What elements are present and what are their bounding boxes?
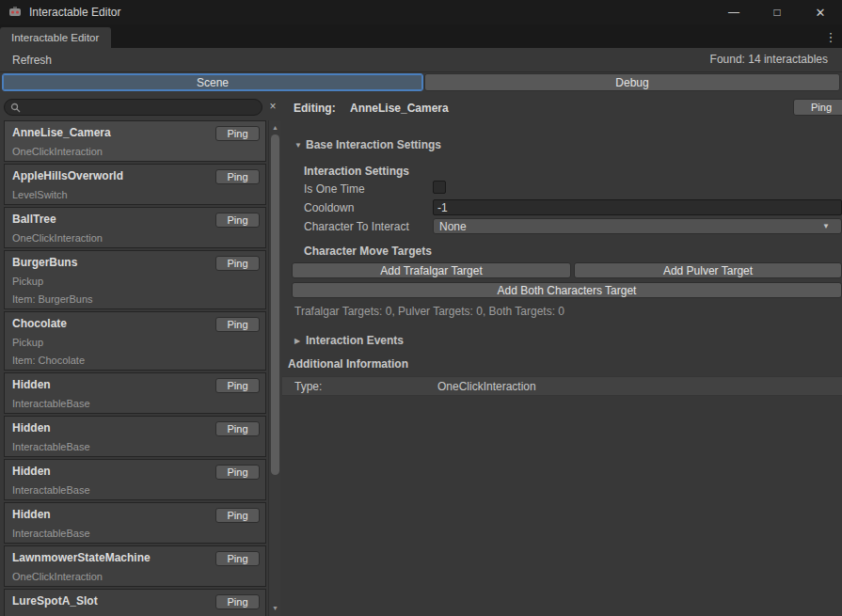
item-detail: Pickup	[12, 337, 258, 349]
list-item[interactable]: LawnmowerStateMachine Ping OneClickInter…	[4, 545, 266, 587]
item-details: OneClickInteraction	[12, 146, 258, 158]
ping-button[interactable]: Ping	[215, 421, 260, 436]
item-detail: OneClickInteraction	[12, 571, 258, 583]
add-both-characters-target-button[interactable]: Add Both Characters Target	[292, 282, 842, 298]
character-to-interact-label: Character To Interact	[304, 220, 409, 233]
character-move-targets-heading: Character Move Targets	[304, 245, 432, 258]
item-details: OneClickInteraction	[12, 232, 258, 245]
search-clear-icon[interactable]: ×	[266, 100, 279, 115]
list-item[interactable]: BallTree Ping OneClickInteraction	[4, 207, 266, 248]
list-item[interactable]: Hidden Ping InteractableBase	[4, 416, 266, 457]
dropdown-arrow-icon: ▼	[822, 222, 841, 230]
dropdown-value: None	[434, 220, 822, 233]
item-details: LevelSwitch	[12, 189, 258, 201]
type-value: OneClickInteraction	[437, 380, 536, 393]
list-item[interactable]: Chocolate Ping PickupItem: Chocolate	[4, 311, 266, 371]
item-detail: Item: BurgerBuns	[12, 293, 258, 306]
editing-ping-button[interactable]: Ping	[793, 99, 842, 116]
ping-button[interactable]: Ping	[215, 594, 260, 609]
item-detail: OneClickInteraction	[12, 146, 258, 158]
close-icon[interactable]: ✕	[799, 0, 842, 24]
dock-tab-strip: Interactable Editor ⋮	[0, 24, 842, 48]
list-item[interactable]: LureSpotA_Slot Ping	[4, 589, 266, 616]
list-item[interactable]: AnneLise_Camera Ping OneClickInteraction	[4, 120, 266, 162]
maximize-icon[interactable]: □	[755, 0, 799, 24]
item-details: InteractableBase	[12, 441, 258, 453]
tab-scene[interactable]: Scene	[2, 73, 423, 91]
item-detail: OneClickInteraction	[12, 232, 258, 245]
titlebar: Interactable Editor — □ ✕	[0, 0, 842, 24]
scene-panel: × AnneLise_Camera Ping OneClickInteracti…	[0, 94, 282, 616]
additional-information-heading: Additional Information	[288, 357, 408, 371]
interactable-editor-window: Interactable Editor — □ ✕ Interactable E…	[0, 0, 842, 616]
item-detail: InteractableBase	[12, 484, 258, 497]
list-item[interactable]: AppleHillsOverworld Ping LevelSwitch	[4, 164, 266, 205]
is-one-time-label: Is One Time	[304, 182, 365, 196]
cooldown-label: Cooldown	[304, 201, 354, 214]
item-details: InteractableBase	[12, 484, 258, 497]
ping-button[interactable]: Ping	[215, 465, 260, 480]
cooldown-input[interactable]	[433, 199, 842, 215]
scrollbar-down-icon[interactable]: ▼	[269, 602, 281, 614]
scrollbar[interactable]: ▲ ▼	[268, 120, 280, 616]
search-box	[4, 99, 262, 116]
ping-button[interactable]: Ping	[215, 169, 260, 184]
minimize-icon[interactable]: —	[712, 0, 755, 24]
targets-summary: Trafalgar Targets: 0, Pulver Targets: 0,…	[294, 305, 564, 318]
foldout-open-icon: ▼	[294, 141, 306, 150]
item-details: OneClickInteraction	[12, 571, 258, 583]
scene-list: AnneLise_Camera Ping OneClickInteraction…	[4, 120, 266, 616]
window-controls: — □ ✕	[712, 0, 842, 24]
item-detail: Pickup	[12, 276, 258, 288]
item-details: PickupItem: Chocolate	[12, 337, 258, 367]
foldout-interaction-events[interactable]: ▶ Interaction Events	[294, 334, 404, 347]
item-detail: InteractableBase	[12, 398, 258, 410]
type-row: Type: OneClickInteraction	[282, 376, 842, 396]
item-details: PickupItem: BurgerBuns	[12, 276, 258, 306]
list-item[interactable]: Hidden Ping InteractableBase	[4, 459, 266, 500]
ping-button[interactable]: Ping	[215, 508, 260, 523]
is-one-time-checkbox[interactable]	[433, 181, 446, 194]
foldout-closed-icon: ▶	[294, 337, 306, 345]
foldout-label: Interaction Events	[306, 334, 404, 347]
type-label: Type:	[294, 380, 322, 393]
search-input[interactable]	[24, 101, 262, 114]
ping-button[interactable]: Ping	[215, 126, 260, 141]
item-details: InteractableBase	[12, 528, 258, 540]
scrollbar-up-icon[interactable]: ▲	[269, 121, 281, 134]
add-pulver-target-button[interactable]: Add Pulver Target	[574, 262, 842, 278]
foldout-label: Base Interaction Settings	[306, 138, 441, 151]
dock-tab-interactable-editor[interactable]: Interactable Editor	[0, 27, 111, 48]
character-to-interact-dropdown[interactable]: None ▼	[433, 218, 842, 234]
found-count-label: Found: 14 interactables	[710, 53, 828, 66]
window-title: Interactable Editor	[29, 6, 120, 19]
ping-button[interactable]: Ping	[215, 551, 260, 566]
view-tabs: Scene Debug	[0, 73, 842, 92]
item-detail: InteractableBase	[12, 441, 258, 453]
interaction-settings-heading: Interaction Settings	[304, 165, 409, 178]
app-icon	[8, 6, 22, 19]
ping-button[interactable]: Ping	[215, 213, 260, 228]
editing-value: AnneLise_Camera	[350, 102, 449, 115]
scrollbar-thumb[interactable]	[271, 134, 279, 475]
editor-panel: Editing: AnneLise_Camera Ping ▼ Base Int…	[282, 94, 842, 616]
item-detail: LevelSwitch	[12, 189, 258, 201]
ping-button[interactable]: Ping	[215, 317, 260, 332]
list-item[interactable]: Hidden Ping InteractableBase	[4, 372, 266, 414]
tab-debug[interactable]: Debug	[424, 73, 840, 91]
kebab-menu-icon[interactable]: ⋮	[823, 29, 838, 46]
refresh-button[interactable]: Refresh	[4, 51, 60, 70]
item-details: InteractableBase	[12, 398, 258, 410]
ping-button[interactable]: Ping	[215, 378, 260, 393]
ping-button[interactable]: Ping	[215, 256, 260, 271]
item-detail: InteractableBase	[12, 528, 258, 540]
list-item[interactable]: Hidden Ping InteractableBase	[4, 502, 266, 544]
item-detail: Item: Chocolate	[12, 355, 258, 367]
search-icon	[10, 103, 21, 113]
foldout-base-interaction-settings[interactable]: ▼ Base Interaction Settings	[294, 138, 441, 151]
toolbar: Refresh Found: 14 interactables	[0, 48, 842, 72]
list-item[interactable]: BurgerBuns Ping PickupItem: BurgerBuns	[4, 250, 266, 309]
add-trafalgar-target-button[interactable]: Add Trafalgar Target	[292, 262, 571, 278]
editing-label: Editing:	[294, 102, 336, 115]
